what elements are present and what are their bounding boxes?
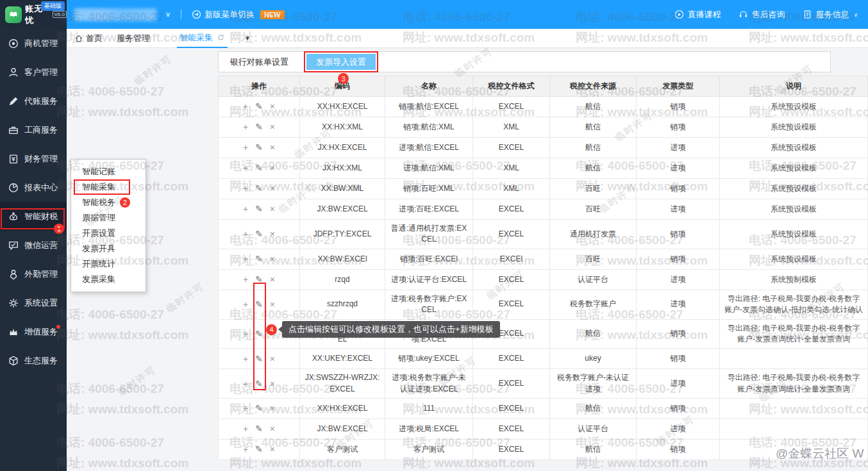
edit-icon[interactable]: ✎ xyxy=(255,227,263,240)
sidebar-item[interactable]: 代账服务 xyxy=(0,87,67,115)
delete-icon[interactable]: × xyxy=(270,120,275,133)
cell-type: 进项 xyxy=(637,369,720,399)
add-icon[interactable]: + xyxy=(243,120,248,133)
edit-icon[interactable]: ✎ xyxy=(255,443,263,456)
submenu-item[interactable]: 智能税务 2 xyxy=(71,195,146,210)
delete-icon[interactable]: × xyxy=(270,352,275,365)
sidebar-item[interactable]: 系统设置 xyxy=(0,288,67,317)
sidebar-item[interactable]: 客户管理 xyxy=(0,58,67,87)
edit-icon[interactable]: ✎ xyxy=(255,327,263,340)
edit-icon[interactable]: ✎ xyxy=(255,273,263,286)
cell-source: 百旺 xyxy=(550,179,637,199)
delete-icon[interactable]: × xyxy=(270,422,275,435)
submenu-item[interactable]: 开票设置 xyxy=(71,226,146,241)
delete-icon[interactable]: × xyxy=(270,182,275,195)
add-icon[interactable]: + xyxy=(243,252,248,265)
edit-icon[interactable]: ✎ xyxy=(255,182,263,195)
submenu-item[interactable]: 开票统计 xyxy=(71,256,146,272)
tab-invoice-import[interactable]: 发票导入设置 xyxy=(306,54,376,70)
breadcrumb-service[interactable]: 服务管理 xyxy=(117,33,150,44)
edit-icon[interactable]: ✎ xyxy=(255,377,263,390)
add-icon[interactable]: + xyxy=(243,402,248,415)
edit-icon[interactable]: ✎ xyxy=(255,252,263,265)
sidebar-item[interactable]: 增值服务 xyxy=(0,317,67,346)
submenu-item[interactable]: 智能采集 xyxy=(71,179,146,195)
table-row: +✎× XX:UKEY:EXCEL 销项:ukey:EXCEL EXCEL uk… xyxy=(219,349,868,369)
crown-icon xyxy=(7,326,19,338)
delete-icon[interactable]: × xyxy=(270,141,275,154)
breadcrumb-current-tab[interactable]: 智能采集 xyxy=(177,29,228,48)
sidebar-item[interactable]: 财务管理 xyxy=(0,144,67,173)
sidebar-item[interactable]: 报表中心 xyxy=(0,173,67,202)
cell-code: JX:SWSZZH-WRZJX:EXCEL xyxy=(300,369,385,399)
delete-icon[interactable]: × xyxy=(270,402,275,415)
edit-icon[interactable]: ✎ xyxy=(255,422,263,435)
sidebar-item[interactable]: 微信运营 xyxy=(0,231,67,260)
add-icon[interactable]: + xyxy=(243,443,248,456)
add-icon[interactable]: + xyxy=(243,161,248,174)
add-icon[interactable]: + xyxy=(243,227,248,240)
company-name-redacted[interactable] xyxy=(74,8,156,21)
submenu-item[interactable]: 发票采集 xyxy=(71,272,146,287)
delete-icon[interactable]: × xyxy=(270,443,275,456)
cell-type: 进项 xyxy=(637,199,720,220)
add-icon[interactable]: + xyxy=(243,377,248,390)
edit-icon[interactable]: ✎ xyxy=(255,402,263,415)
add-icon[interactable]: + xyxy=(243,327,248,340)
add-icon[interactable]: + xyxy=(243,141,248,154)
topbar-link[interactable]: 服务信息 ∨ xyxy=(803,9,858,21)
delete-icon[interactable]: × xyxy=(270,227,275,240)
sidebar-item[interactable]: 智能财税 1 xyxy=(0,202,67,231)
row-actions: +✎× xyxy=(222,141,296,154)
column-header: 税控文件格式 xyxy=(473,76,550,97)
add-icon[interactable]: + xyxy=(243,422,248,435)
topbar-link[interactable]: 售后咨询 ∨ xyxy=(739,9,785,21)
edit-tooltip: 4 点击编辑按钮可以修改模板设置，也可以点击+新增模板 xyxy=(266,321,500,338)
add-icon[interactable]: + xyxy=(243,182,248,195)
menu-switch-button[interactable]: 新版菜单切换 NEW xyxy=(192,9,285,21)
topbar-link[interactable]: 直播课程 ∨ xyxy=(674,9,721,21)
edit-icon[interactable]: ✎ xyxy=(255,100,263,113)
sidebar-item[interactable]: 生态服务 xyxy=(0,346,67,375)
edit-icon[interactable]: ✎ xyxy=(255,202,263,215)
edit-icon[interactable]: ✎ xyxy=(255,120,263,133)
sidebar-item-label: 商机管理 xyxy=(24,38,58,49)
edit-icon[interactable]: ✎ xyxy=(255,141,263,154)
add-icon[interactable]: + xyxy=(243,352,248,365)
cell-type: 进项 xyxy=(637,419,720,440)
submenu-item[interactable]: 票据管理 xyxy=(71,210,146,226)
cell-name: 销项:百旺:XML xyxy=(385,179,473,199)
submenu-item[interactable]: 发票开具 xyxy=(71,241,146,256)
edit-icon[interactable]: ✎ xyxy=(255,161,263,174)
cell-code: JDFP:TY:EXCEL xyxy=(300,220,385,249)
table-row: +✎× JDFP:TY:EXCEL 普通:通用机打发票:EXCEL EXCEL … xyxy=(219,220,868,249)
delete-icon[interactable]: × xyxy=(270,202,275,215)
sidebar-item[interactable]: 外勤管理 xyxy=(0,260,67,288)
row-actions: +✎× xyxy=(222,443,296,456)
company-chevron-down-icon[interactable]: ∨ xyxy=(165,10,171,19)
add-icon[interactable]: + xyxy=(243,298,248,311)
breadcrumb-home[interactable]: 首页 xyxy=(74,33,103,44)
submenu-item[interactable]: 智能记账 xyxy=(71,164,146,179)
delete-icon[interactable]: × xyxy=(270,100,275,113)
sidebar-item[interactable]: 工商服务 xyxy=(0,115,67,144)
cell-format: EXCEL xyxy=(473,138,550,158)
delete-icon[interactable]: × xyxy=(270,377,275,390)
delete-icon[interactable]: × xyxy=(270,298,275,311)
delete-icon[interactable]: × xyxy=(270,252,275,265)
delete-icon[interactable]: × xyxy=(270,161,275,174)
delete-icon[interactable]: × xyxy=(270,273,275,286)
edit-icon[interactable]: ✎ xyxy=(255,298,263,311)
edition-badge: 基础版 xyxy=(41,1,65,11)
add-icon[interactable]: + xyxy=(243,202,248,215)
cell-type: 销项 xyxy=(637,440,720,460)
add-icon[interactable]: + xyxy=(243,273,248,286)
cell-type: 销项 xyxy=(637,349,720,369)
cell-description: 导出路径: 电子税局-我要办税-税务数字账户-发票勾选确认-抵扣类勾选-统计确认 xyxy=(720,290,868,319)
pen-icon xyxy=(7,95,19,107)
sidebar-item[interactable]: 商机管理 xyxy=(0,29,67,58)
add-icon[interactable]: + xyxy=(243,100,248,113)
tab-bank-statement[interactable]: 银行对账单设置 xyxy=(219,56,300,68)
edit-icon[interactable]: ✎ xyxy=(255,352,263,365)
breadcrumb-dropdown-icon[interactable]: ▼ xyxy=(244,35,251,42)
